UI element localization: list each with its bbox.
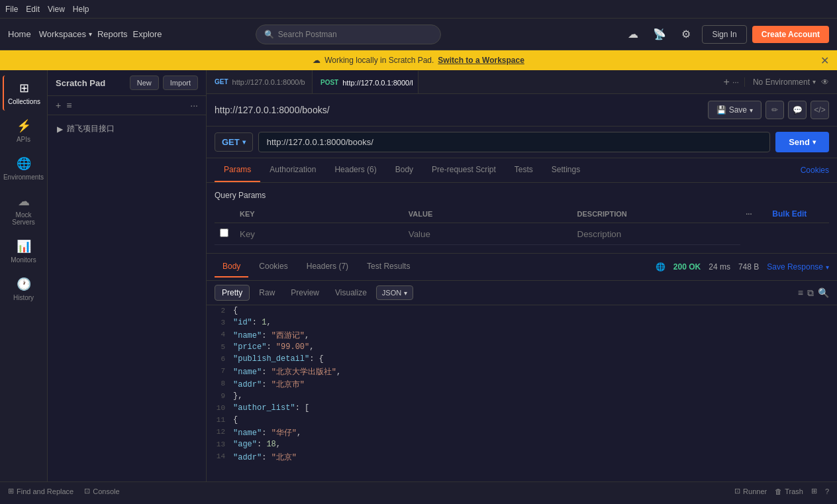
notification-text: Working locally in Scratch Pad. <box>324 56 434 65</box>
url-bar: 💾 Save ▾ ✏ 💬 </> <box>207 94 837 126</box>
satellite-icon-btn[interactable]: 📡 <box>649 24 670 45</box>
sidebar-item-history[interactable]: 🕐 History <box>3 272 45 307</box>
header-actions: ☁ 📡 ⚙ Sign In Create Account <box>622 24 829 45</box>
help-button[interactable]: ? <box>825 487 829 495</box>
sidebar-item-environments[interactable]: 🌐 Environments <box>3 151 45 186</box>
format-type-selector[interactable]: JSON ▾ <box>376 285 413 300</box>
format-pretty[interactable]: Pretty <box>215 285 250 301</box>
save-button[interactable]: 💾 Save ▾ <box>708 101 762 119</box>
res-tab-cookies[interactable]: Cookies <box>251 256 295 277</box>
sidebar-item-collections[interactable]: ⊞ Collections <box>3 76 45 111</box>
tree-item-label: 踏飞项目接口 <box>67 123 115 134</box>
sidebar-item-apis[interactable]: ⚡ APIs <box>3 113 45 148</box>
menu-file[interactable]: File <box>5 5 18 14</box>
signin-button[interactable]: Sign In <box>702 25 746 44</box>
create-account-button[interactable]: Create Account <box>752 26 829 43</box>
menu-edit[interactable]: Edit <box>26 5 40 14</box>
new-button[interactable]: New <box>130 76 159 90</box>
tab-settings[interactable]: Settings <box>542 158 589 182</box>
search-response-button[interactable]: 🔍 <box>818 287 829 299</box>
json-punctuation: { <box>233 415 238 425</box>
line-content: "name": "华仔", <box>230 427 837 439</box>
res-tab-test-results[interactable]: Test Results <box>359 256 418 277</box>
switch-workspace-link[interactable]: Switch to a Workspace <box>438 56 524 65</box>
line-content: "name": "西游记", <box>230 329 837 342</box>
edit-icon-btn[interactable]: ✏ <box>765 101 784 119</box>
home-link[interactable]: Home <box>8 29 31 39</box>
reports-link[interactable]: Reports <box>97 29 128 39</box>
method-selector[interactable]: GET ▾ <box>215 132 253 152</box>
indent-button[interactable]: ≡ <box>798 287 803 299</box>
json-line: 10 "author_list": [ <box>207 403 837 415</box>
main-content: GET http://127.0.0.1:8000/b POST http://… <box>207 70 837 481</box>
comment-icon-btn[interactable]: 💬 <box>788 101 807 119</box>
format-visualize[interactable]: Visualize <box>328 285 373 300</box>
tab-post-books[interactable]: POST http://127.0.0.1:8000/l <box>313 70 418 93</box>
import-button[interactable]: Import <box>163 76 198 90</box>
search-icon: 🔍 <box>264 30 274 39</box>
sidebar-item-monitors[interactable]: 📊 Monitors <box>3 234 45 269</box>
notification-close-button[interactable]: ✕ <box>820 54 829 67</box>
json-key: "name" <box>233 368 262 377</box>
json-line: 13 "age": 18, <box>207 439 837 451</box>
more-options-button[interactable]: ··· <box>190 100 198 111</box>
layout-button[interactable]: ⊞ <box>811 487 817 495</box>
send-button[interactable]: Send ▾ <box>775 132 829 152</box>
add-tab-button[interactable]: + <box>724 76 730 88</box>
workspaces-button[interactable]: Workspaces ▾ <box>39 29 92 39</box>
tab-headers[interactable]: Headers (6) <box>325 158 385 182</box>
cloud-icon-btn[interactable]: ☁ <box>622 24 644 45</box>
format-bar: Pretty Raw Preview Visualize JSON ▾ ≡ ⧉ … <box>207 281 837 305</box>
mock-servers-icon: ☁ <box>18 194 30 209</box>
runner-button[interactable]: ⊡ Runner <box>734 487 767 495</box>
param-checkbox[interactable] <box>220 228 228 237</box>
format-preview[interactable]: Preview <box>284 285 326 300</box>
tab-tests[interactable]: Tests <box>505 158 542 182</box>
json-punctuation: }, <box>233 391 242 401</box>
params-table: KEY VALUE DESCRIPTION ··· Bulk Edit <box>215 205 829 245</box>
tab-get-books[interactable]: GET http://127.0.0.1:8000/b <box>207 70 313 93</box>
cookies-link[interactable]: Cookies <box>801 166 829 175</box>
url-display-input[interactable] <box>215 105 703 115</box>
explore-link[interactable]: Explore <box>133 29 162 39</box>
menu-help[interactable]: Help <box>73 5 89 14</box>
description-input[interactable] <box>577 229 736 239</box>
header-bar: Home Workspaces ▾ Reports Explore 🔍 Sear… <box>0 19 837 50</box>
find-replace-button[interactable]: ⊞ Find and Replace <box>8 487 74 495</box>
res-tab-headers[interactable]: Headers (7) <box>299 256 356 277</box>
console-button[interactable]: ⊡ Console <box>84 487 119 495</box>
tab-params[interactable]: Params <box>215 158 260 182</box>
tab-authorization[interactable]: Authorization <box>260 158 325 182</box>
tab-body[interactable]: Body <box>386 158 422 182</box>
more-tabs-button[interactable]: ··· <box>732 77 739 87</box>
key-input[interactable] <box>240 229 398 239</box>
format-raw[interactable]: Raw <box>252 285 281 300</box>
settings-icon-btn[interactable]: ⚙ <box>675 24 697 45</box>
line-number: 3 <box>207 317 230 329</box>
trash-button[interactable]: 🗑 Trash <box>775 487 803 495</box>
add-collection-button[interactable]: + <box>56 100 61 111</box>
save-response-button[interactable]: Save Response ▾ <box>767 262 829 272</box>
environment-selector[interactable]: No Environment ▾ 👁 <box>744 77 837 87</box>
sidebar-item-mock-servers[interactable]: ☁ Mock Servers <box>3 189 45 231</box>
menu-view[interactable]: View <box>48 5 65 14</box>
res-tab-body[interactable]: Body <box>215 256 248 277</box>
code-icon-btn[interactable]: </> <box>811 101 829 119</box>
value-input[interactable] <box>409 229 567 239</box>
line-content: { <box>230 305 837 317</box>
json-punctuation: : <box>262 453 271 462</box>
search-bar[interactable]: 🔍 Search Postman <box>256 25 441 44</box>
json-punctuation: : { <box>309 354 324 364</box>
collection-tree-item[interactable]: ▶ 踏飞项目接口 <box>53 121 201 137</box>
copy-button[interactable]: ⧉ <box>807 287 814 299</box>
bulk-edit-button[interactable]: Bulk Edit <box>772 209 807 219</box>
json-punctuation: : [ <box>295 403 310 413</box>
notification-bar: ☁ Working locally in Scratch Pad. Switch… <box>0 50 837 70</box>
more-options-icon[interactable]: ··· <box>746 210 752 218</box>
line-number: 6 <box>207 354 230 366</box>
sort-button[interactable]: ≡ <box>66 100 72 111</box>
tab-pre-request-script[interactable]: Pre-request Script <box>422 158 505 182</box>
request-url-input[interactable] <box>258 132 770 152</box>
json-punctuation: , <box>336 368 341 377</box>
col-description: DESCRIPTION <box>572 205 741 223</box>
